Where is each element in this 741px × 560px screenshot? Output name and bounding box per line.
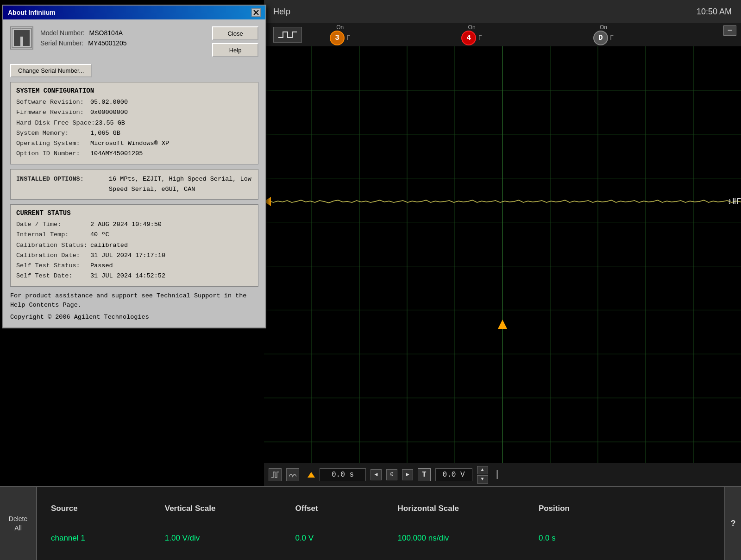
disk-label: Hard Disk Free Space: <box>16 118 95 128</box>
voltage-display[interactable]: 0.0 V <box>435 468 472 481</box>
logo-svg <box>11 27 32 49</box>
cal-status-value: calibrated <box>90 240 128 251</box>
nav-zero-btn[interactable]: 0 <box>386 469 397 480</box>
svg-text:↕ⅡΓ: ↕ⅡΓ <box>727 197 741 206</box>
installed-options-value: 16 MPts, EZJIT, High Speed Serial, Low S… <box>109 174 252 195</box>
internal-temp-label: Internal Temp: <box>16 230 90 240</box>
self-test-label: Self Test Status: <box>16 261 90 271</box>
self-test-date-label: Self Test Date: <box>16 271 90 281</box>
trigger-up-indicator <box>308 472 315 478</box>
serial-number-row: Serial Number: MY45001205 <box>40 38 127 48</box>
trigger-t-label: T <box>418 468 431 481</box>
dialog-title: About Infiniium <box>8 9 56 16</box>
voltage-up-btn[interactable]: ▲ <box>477 466 488 474</box>
channel-3-indicator[interactable]: On 3 Γ <box>330 24 350 45</box>
serial-number-value: MY45001205 <box>88 39 126 47</box>
cal-date-row: Calibration Date: 31 JUL 2024 17:17:10 <box>16 251 252 261</box>
offset-label: Offset <box>295 504 379 513</box>
wave-btn-1[interactable] <box>269 468 282 481</box>
delete-all-button[interactable]: Delete All <box>0 487 37 560</box>
option-id-row: Option ID Number: 104AMY45001205 <box>16 149 252 159</box>
chd-badge: D <box>593 31 608 45</box>
voltage-arrows: ▲ ▼ <box>477 466 488 484</box>
ch3-badge: 3 <box>330 31 345 45</box>
self-test-date-value: 31 JUL 2024 14:52:52 <box>90 271 165 281</box>
memory-value: 1,065 GB <box>90 128 120 138</box>
horizontal-scale-label: Horizontal Scale <box>398 504 520 513</box>
copyright-text: Copyright © 2006 Agilent Technologies <box>10 314 258 321</box>
sw-rev-row: Software Revision: 05.02.0000 <box>16 97 252 107</box>
dialog-buttons: Close Help <box>212 26 258 57</box>
nav-left-btn[interactable]: ◄ <box>370 469 382 480</box>
fw-rev-value: 0x00000000 <box>90 107 128 118</box>
bottom-status-bar: Delete All Source Vertical Scale Offset … <box>0 486 741 560</box>
date-time-value: 2 AUG 2024 10:49:50 <box>90 220 162 230</box>
vertical-scale-label: Vertical Scale <box>165 504 277 513</box>
option-id-label: Option ID Number: <box>16 149 90 159</box>
status-info-area: Source Vertical Scale Offset Horizontal … <box>37 487 724 560</box>
current-status-section: CURRENT STATUS Date / Time: 2 AUG 2024 1… <box>10 204 258 287</box>
installed-options-section: INSTALLED OPTIONS: 16 MPts, EZJIT, High … <box>10 169 258 200</box>
serial-number-label: Serial Number: <box>40 39 83 47</box>
dialog-header-row: Model Number: MSO8104A Serial Number: MY… <box>10 26 258 57</box>
cal-date-value: 31 JUL 2024 17:17:10 <box>90 251 165 261</box>
option-id-value: 104AMY45001205 <box>90 149 143 159</box>
vertical-indicator: | <box>495 469 500 480</box>
chd-on-label: On <box>600 24 607 31</box>
osc-minus-button[interactable]: − <box>723 25 736 36</box>
about-infiniium-dialog: About Infiniium <box>2 5 266 328</box>
os-row: Operating System: Microsoft Windows® XP <box>16 138 252 149</box>
internal-temp-row: Internal Temp: 40 ºC <box>16 230 252 240</box>
cal-status-label: Calibration Status: <box>16 240 90 251</box>
dialog-body: Model Number: MSO8104A Serial Number: MY… <box>3 19 265 327</box>
offset-value: 0.0 V <box>295 534 379 543</box>
fw-rev-row: Firmware Revision: 0x00000000 <box>16 107 252 118</box>
close-button[interactable]: Close <box>212 26 258 40</box>
waveform-icon-area <box>273 27 302 43</box>
memory-label: System Memory: <box>16 128 90 138</box>
source-value: channel 1 <box>51 534 146 543</box>
installed-options-title: INSTALLED OPTIONS: <box>16 174 109 195</box>
dialog-x-close[interactable] <box>251 8 261 17</box>
agilent-logo <box>10 26 33 50</box>
close-x-icon <box>253 10 259 15</box>
cal-status-row: Calibration Status: calibrated <box>16 240 252 251</box>
cal-date-label: Calibration Date: <box>16 251 90 261</box>
channel-4-indicator[interactable]: On 4 Γ <box>461 24 482 45</box>
model-number-row: Model Number: MSO8104A <box>40 28 127 38</box>
help-menu-label[interactable]: Help <box>273 7 290 17</box>
change-serial-button[interactable]: Change Serial Number... <box>10 64 92 77</box>
dialog-titlebar: About Infiniium <box>3 6 265 19</box>
wave-btn-2[interactable] <box>286 468 299 481</box>
channel-d-indicator[interactable]: On D Γ <box>593 24 614 45</box>
position-value: 0.0 s <box>539 534 631 543</box>
self-test-date-row: Self Test Date: 31 JUL 2024 14:52:52 <box>16 271 252 281</box>
bottom-controls: 0.0 s ◄ 0 ► T 0.0 V ▲ ▼ | <box>264 463 741 486</box>
ch4-gamma: Γ <box>478 34 482 42</box>
help-menubar: Help 10:50 AM <box>264 0 741 23</box>
osc-time-display: 10:50 AM <box>697 7 732 17</box>
support-text: For product assistance and support see T… <box>10 291 258 310</box>
os-label: Operating System: <box>16 138 90 149</box>
sw-rev-value: 05.02.0000 <box>90 97 128 107</box>
disk-row: Hard Disk Free Space: 23.55 GB <box>16 118 252 128</box>
source-label: Source <box>51 504 146 513</box>
system-config-title: SYSTEM CONFIGURATION <box>16 87 252 94</box>
fw-rev-label: Firmware Revision: <box>16 107 90 118</box>
model-number-label: Model Number: <box>40 29 85 37</box>
current-status-title: CURRENT STATUS <box>16 209 252 217</box>
internal-temp-value: 40 ºC <box>90 230 109 240</box>
model-info: Model Number: MSO8104A Serial Number: MY… <box>40 28 127 49</box>
os-value: Microsoft Windows® XP <box>90 138 169 149</box>
disk-value: 23.55 GB <box>95 118 125 128</box>
self-test-value: Passed <box>90 261 113 271</box>
ch3-gamma: Γ <box>346 34 350 42</box>
time-display[interactable]: 0.0 s <box>320 468 366 481</box>
help-button[interactable]: Help <box>212 43 258 57</box>
system-config-section: SYSTEM CONFIGURATION Software Revision: … <box>10 82 258 164</box>
vertical-scale-value: 1.00 V/div <box>165 534 277 543</box>
voltage-down-btn[interactable]: ▼ <box>477 475 488 484</box>
horizontal-scale-value: 100.000 ns/div <box>398 534 520 543</box>
help-question-button[interactable]: ? <box>724 487 741 560</box>
nav-right-btn[interactable]: ► <box>402 469 413 480</box>
